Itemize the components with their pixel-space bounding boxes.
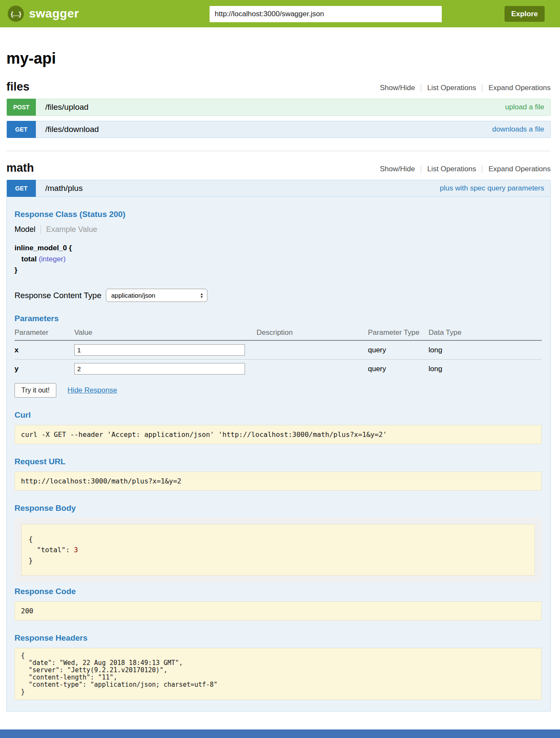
parameter-value-input-x[interactable]	[74, 344, 245, 356]
operation-row-post-files-upload[interactable]: POST /files/upload upload a file	[6, 99, 551, 116]
parameter-data-type: long	[429, 340, 542, 360]
response-body-box: { "total": 3 }	[21, 524, 535, 576]
model-property-line: total (integer)	[15, 254, 542, 265]
response-class-tabs: Model Example Value	[15, 225, 542, 234]
response-class-heading: Response Class (Status 200)	[15, 210, 542, 219]
parameter-description	[257, 360, 368, 378]
operation-summary-link[interactable]: plus with spec query parameters	[440, 184, 544, 193]
parameter-type: query	[368, 360, 429, 378]
bottom-message-bar	[0, 729, 560, 738]
operation-path[interactable]: /files/upload	[45, 102, 88, 112]
parameter-row-y: y query long	[15, 360, 542, 378]
model-property-type: (integer)	[39, 255, 66, 263]
curl-command-box: curl -X GET --header 'Accept: applicatio…	[15, 425, 542, 444]
list-operations-link[interactable]: List Operations	[427, 84, 476, 92]
parameters-table: Parameter Value Description Parameter Ty…	[15, 326, 542, 378]
spec-url-input[interactable]	[210, 6, 441, 22]
hide-response-link[interactable]: Hide Response	[67, 386, 117, 395]
model-open-line: inline_model_0 {	[15, 243, 542, 254]
content-wrap: my-api files Show/Hide List Operations E…	[6, 50, 551, 738]
http-method-badge[interactable]: POST	[7, 99, 36, 116]
column-parameter-type: Parameter Type	[368, 326, 429, 340]
column-data-type: Data Type	[429, 326, 542, 340]
parameters-header-row: Parameter Value Description Parameter Ty…	[15, 326, 542, 340]
response-content-type-label: Response Content Type	[15, 291, 102, 300]
request-url-box: http://localhost:3000/math/plus?x=1&y=2	[15, 472, 542, 491]
response-code-heading: Response Code	[15, 587, 542, 596]
parameter-data-type: long	[429, 360, 542, 378]
parameter-row-x: x query long	[15, 340, 542, 360]
controls-divider	[482, 165, 482, 173]
response-body-json-close: }	[29, 556, 33, 565]
model-signature: inline_model_0 { total (integer) }	[15, 243, 542, 276]
api-title: my-api	[6, 50, 551, 67]
section-header-files: files Show/Hide List Operations Expand O…	[6, 80, 551, 94]
brand-title: swagger	[29, 7, 79, 20]
tab-example-value[interactable]: Example Value	[41, 225, 97, 234]
parameters-heading: Parameters	[15, 314, 542, 323]
section-header-math: math Show/Hide List Operations Expand Op…	[6, 161, 551, 175]
parameter-type: query	[368, 340, 429, 360]
operation-path[interactable]: /math/plus	[45, 184, 83, 193]
response-content-type-select[interactable]: application/json ▲▼	[106, 289, 207, 302]
parameter-value-input-y[interactable]	[74, 363, 245, 375]
http-method-badge[interactable]: GET	[7, 180, 36, 197]
list-operations-link[interactable]: List Operations	[427, 165, 476, 173]
section-title-math[interactable]: math	[6, 161, 34, 175]
response-body-json: { "total":	[29, 535, 74, 554]
section-controls-files: Show/Hide List Operations Expand Operati…	[380, 84, 551, 94]
show-hide-link[interactable]: Show/Hide	[380, 84, 415, 92]
model-close-line: }	[15, 265, 542, 276]
operation-detail-panel: Response Class (Status 200) Model Exampl…	[6, 197, 551, 712]
column-description: Description	[257, 326, 368, 340]
operation-summary-link[interactable]: upload a file	[505, 103, 544, 111]
operation-row-get-files-download[interactable]: GET /files/download downloads a file	[6, 121, 551, 138]
response-headers-box: { "date": "Wed, 22 Aug 2018 18:49:13 GMT…	[15, 648, 542, 700]
controls-divider	[421, 165, 421, 173]
top-bar: {…} swagger Explore	[0, 0, 560, 27]
selected-content-type: application/json	[111, 292, 200, 299]
response-headers-heading: Response Headers	[15, 633, 542, 643]
parameter-description	[257, 340, 368, 360]
select-arrows-icon: ▲▼	[200, 293, 204, 299]
response-body-wrapper: { "total": 3 }	[15, 517, 542, 583]
operation-path[interactable]: /files/download	[45, 125, 99, 134]
try-it-out-button[interactable]: Try it out!	[15, 383, 56, 398]
explore-button[interactable]: Explore	[505, 6, 545, 22]
expand-operations-link[interactable]: Expand Operations	[488, 84, 551, 92]
model-property-name: total	[21, 255, 37, 263]
swagger-logo[interactable]: {…} swagger	[8, 6, 79, 22]
response-body-number: 3	[74, 546, 78, 554]
section-title-files[interactable]: files	[6, 80, 29, 94]
controls-divider	[482, 84, 482, 92]
parameter-name: x	[15, 340, 74, 360]
request-url-heading: Request URL	[15, 457, 542, 466]
swagger-logo-icon: {…}	[8, 6, 24, 22]
tab-model[interactable]: Model	[15, 225, 41, 234]
response-code-box: 200	[15, 601, 542, 621]
expand-operations-link[interactable]: Expand Operations	[488, 165, 551, 173]
response-body-heading: Response Body	[15, 504, 542, 513]
section-controls-math: Show/Hide List Operations Expand Operati…	[380, 165, 551, 175]
curl-heading: Curl	[15, 410, 542, 420]
operation-row-get-math-plus[interactable]: GET /math/plus plus with spec query para…	[6, 180, 551, 197]
section-divider	[6, 151, 551, 151]
http-method-badge[interactable]: GET	[7, 121, 36, 138]
column-value: Value	[74, 326, 257, 340]
actions-row: Try it out! Hide Response	[15, 383, 542, 398]
controls-divider	[421, 84, 421, 92]
show-hide-link[interactable]: Show/Hide	[380, 165, 415, 173]
column-parameter: Parameter	[15, 326, 74, 340]
response-content-type-row: Response Content Type application/json ▲…	[15, 289, 542, 302]
parameter-name: y	[15, 360, 74, 378]
operation-summary-link[interactable]: downloads a file	[492, 125, 544, 134]
